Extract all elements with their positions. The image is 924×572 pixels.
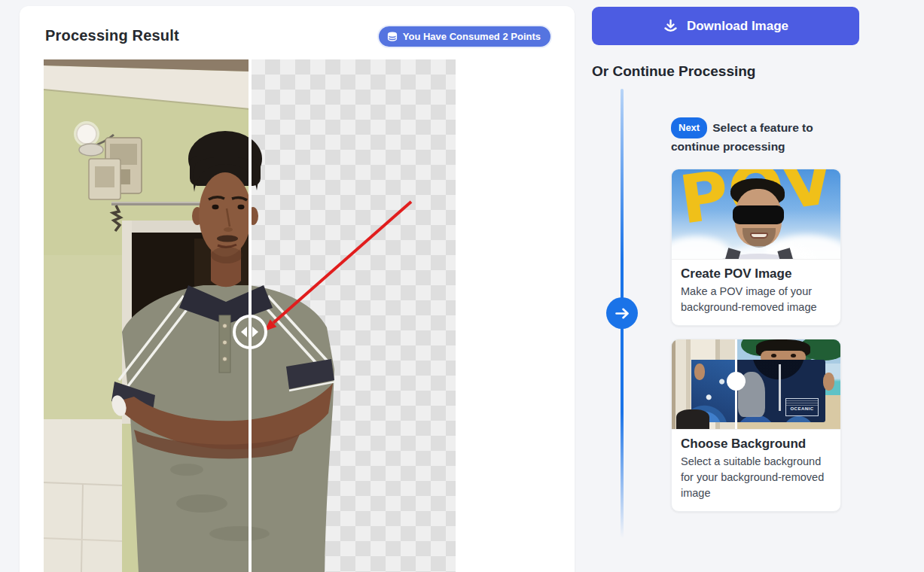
processing-result-panel: Processing Result You Have Consumed 2 Po… — [20, 6, 575, 572]
feature-card-create-pov[interactable]: POV Create POV Image Make a POV image of… — [671, 169, 841, 326]
download-icon — [663, 18, 679, 34]
points-badge-label: You Have Consumed 2 Points — [403, 31, 541, 42]
cloud-shape — [672, 236, 730, 260]
feature-description: Select a suitable background for your ba… — [681, 454, 831, 501]
arrow-right-icon — [615, 308, 630, 319]
next-instruction: NextSelect a feature to continue process… — [671, 117, 835, 154]
image-comparison — [44, 59, 456, 572]
background-thumbnail: OCEANIC — [672, 339, 840, 430]
thumbnail-divider-knob — [727, 372, 746, 391]
page-title: Processing Result — [45, 27, 179, 44]
oceanic-logo: OCEANIC — [785, 398, 819, 416]
feature-card-choose-background[interactable]: OCEANIC Choose Background Select a suita… — [671, 339, 841, 512]
feature-title: Create POV Image — [681, 266, 831, 281]
points-consumed-badge: You Have Consumed 2 Points — [379, 26, 550, 47]
timeline-step-circle — [606, 297, 638, 329]
download-button-label: Download Image — [687, 19, 788, 34]
pov-thumbnail: POV — [672, 169, 840, 260]
download-image-button[interactable]: Download Image — [592, 7, 859, 45]
slider-left-arrow-icon — [241, 327, 247, 337]
sunglasses-shape — [733, 205, 784, 224]
feature-description: Make a POV image of your background-remo… — [681, 284, 831, 315]
continue-processing-heading: Or Continue Processing — [592, 63, 755, 80]
pov-man-figure — [726, 178, 791, 260]
coins-icon — [386, 31, 398, 43]
wave-artwork-board: OCEANIC — [691, 360, 825, 422]
slider-right-arrow-icon — [252, 327, 258, 337]
feature-title: Choose Background — [681, 437, 831, 452]
comparison-slider-handle[interactable] — [233, 315, 267, 349]
next-badge: Next — [671, 117, 707, 138]
